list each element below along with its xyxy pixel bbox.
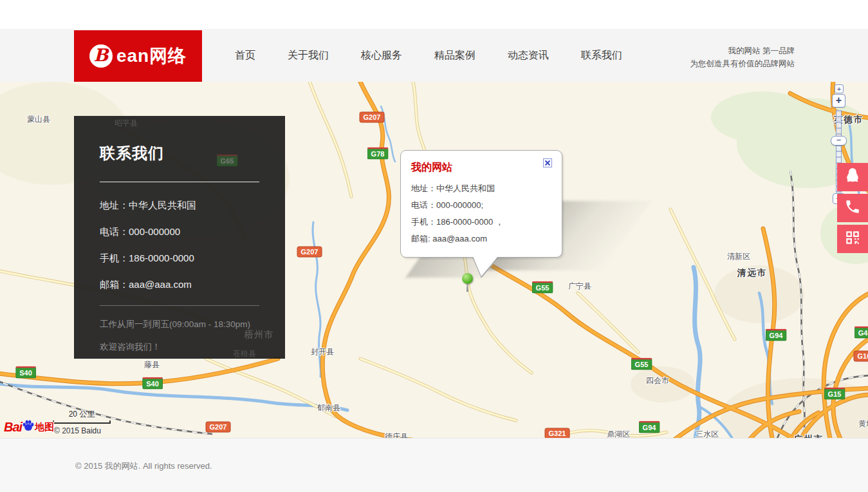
main-nav: 首页关于我们核心服务精品案例动态资讯联系我们: [235, 29, 622, 82]
contact-item: 电话：000-000000: [100, 226, 259, 238]
header-tagline: 我的网站 第一品牌 为您创造具有价值的品牌网站: [690, 44, 795, 70]
logo-b-icon: B: [89, 44, 113, 68]
nav-item-about[interactable]: 关于我们: [288, 49, 329, 62]
map-city-label: 清新区: [727, 251, 750, 262]
road-shield-badge: S40: [142, 377, 163, 390]
tagline-line2: 为您创造具有价值的品牌网站: [690, 57, 795, 70]
map-city-label: 藤县: [144, 359, 160, 370]
road-shield-badge: S40: [15, 366, 36, 379]
contact-item: 邮箱：aaa@aaa.com: [100, 279, 259, 291]
map-city-label: 四会市: [646, 375, 669, 386]
scale-bar: [53, 421, 111, 424]
baidu-logo-text: Bai: [4, 420, 22, 435]
road-shield-badge: G65: [217, 155, 238, 167]
infowindow-title: 我的网站: [411, 161, 551, 175]
qrcode-button[interactable]: [837, 225, 868, 253]
nav-item-contact[interactable]: 联系我们: [581, 49, 622, 62]
map-city-label: 封开县: [311, 346, 334, 357]
nav-item-services[interactable]: 核心服务: [361, 49, 402, 62]
marker-ball: [462, 273, 473, 284]
site-footer: © 2015 我的网站. All rights reserved.: [0, 438, 868, 492]
road-shield-badge: G55: [631, 358, 652, 370]
phone-icon: [844, 198, 861, 218]
map-city-label: 蒙山县: [27, 114, 50, 125]
qq-icon: [844, 167, 862, 187]
map-city-label: 黄埔: [858, 419, 868, 430]
baidu-map[interactable]: 蒙山县昭平县英德市梧州市苍梧县封开县藤县郁南县德庆县广宁县四会市清新区清远市鼎湖…: [0, 82, 868, 438]
baidu-logo[interactable]: Bai 地图: [4, 419, 54, 435]
contact-item: 地址：中华人民共和国: [100, 200, 259, 212]
map-infowindow: 我的网站 地址：中华人民共和国电话：000-000000;手机：186-0000…: [400, 150, 562, 258]
map-city-label: 鼎湖区: [607, 429, 630, 439]
contact-item: 手机：186-0000-0000: [100, 252, 259, 265]
map-city-label: 昭平县: [115, 118, 138, 129]
baidu-logo-map-word: 地图: [35, 421, 54, 433]
road-shield-badge: G107: [854, 351, 868, 362]
road-shield-badge: G94: [766, 329, 787, 341]
map-city-label: 广宁县: [568, 281, 591, 292]
zoom-in-button[interactable]: +: [832, 94, 845, 108]
road-shield-badge: G15: [824, 388, 845, 400]
scale-label: 20 公里: [53, 409, 111, 420]
top-white-strip: [0, 0, 868, 29]
road-shield-badge: G78: [367, 147, 389, 160]
nav-item-news[interactable]: 动态资讯: [508, 49, 549, 62]
panel-divider-top: [100, 182, 259, 182]
contact-items: 地址：中华人民共和国电话：000-000000手机：186-0000-0000邮…: [100, 200, 259, 291]
close-icon[interactable]: [543, 158, 552, 167]
footer-copyright: © 2015 我的网站. All rights reserved.: [0, 439, 868, 472]
nav-item-cases[interactable]: 精品案例: [434, 49, 476, 62]
working-hours: 工作从周一到周五(09:00am - 18:30pm): [100, 319, 259, 330]
map-copyright: © 2015 Baidu: [54, 426, 101, 435]
infowindow-line: 手机：186-0000-0000 ，: [411, 214, 551, 231]
road-shield-badge: G55: [532, 281, 553, 294]
map-city-label: 清远市: [737, 267, 768, 279]
road-shield-badge: G207: [360, 112, 385, 123]
zoom-slider-thumb[interactable]: −: [831, 136, 847, 146]
map-city-label: 三水区: [696, 429, 719, 439]
qq-button[interactable]: [837, 163, 868, 191]
floating-side-buttons: [837, 163, 868, 253]
phone-button[interactable]: [837, 194, 868, 222]
map-city-label: 梧州市: [245, 329, 275, 341]
tagline-line1: 我的网站 第一品牌: [690, 44, 795, 57]
logo-text: ean网络: [116, 44, 187, 68]
infowindow-line: 邮箱: aaa@aaa.com: [411, 231, 551, 247]
map-city-label: 郁南县: [317, 402, 340, 413]
infowindow-line: 地址：中华人民共和国: [411, 180, 551, 197]
pan-button[interactable]: +: [835, 84, 844, 93]
panel-divider-bottom: [100, 305, 259, 306]
infowindow-tail: [473, 256, 498, 276]
map-city-label: 德庆县: [385, 431, 408, 439]
road-shield-badge: G321: [545, 428, 570, 439]
qrcode-icon: [844, 229, 861, 249]
road-shield-badge: G207: [206, 422, 231, 433]
road-shield-badge: G94: [639, 421, 660, 433]
contact-panel: 联系我们 地址：中华人民共和国电话：000-000000手机：186-0000-…: [74, 116, 285, 359]
road-shield-badge: G4: [854, 326, 868, 339]
site-header: B ean网络 首页关于我们核心服务精品案例动态资讯联系我们 我的网站 第一品牌…: [0, 29, 868, 82]
baidu-paw-icon: [22, 419, 35, 435]
map-city-label: 苍梧县: [233, 348, 256, 359]
map-marker-pin[interactable]: [462, 273, 473, 293]
infowindow-line: 电话：000-000000;: [411, 197, 551, 214]
infowindow-body: 地址：中华人民共和国电话：000-000000;手机：186-0000-0000…: [411, 180, 551, 247]
logo[interactable]: B ean网络: [74, 30, 202, 82]
map-scale: 20 公里: [53, 409, 111, 424]
nav-item-home[interactable]: 首页: [235, 49, 255, 62]
road-shield-badge: G207: [297, 247, 322, 258]
map-city-label: 广州市: [794, 433, 824, 438]
